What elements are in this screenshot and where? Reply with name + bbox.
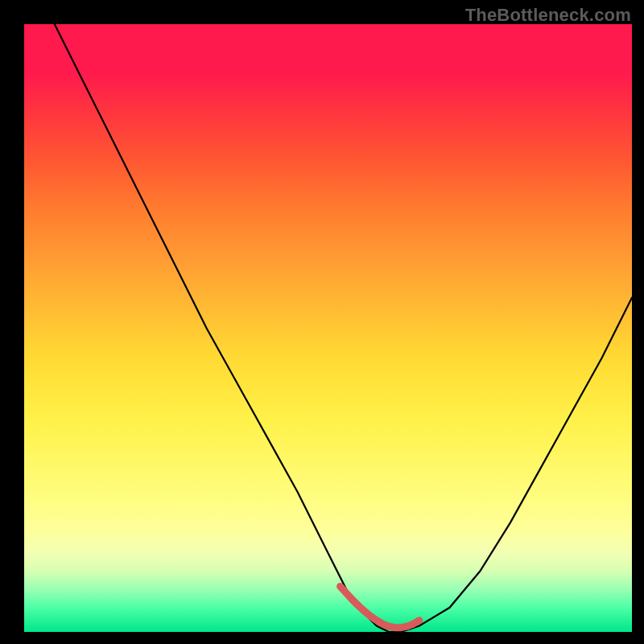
plot-area — [24, 24, 632, 632]
watermark-text: TheBottleneck.com — [465, 5, 631, 26]
optimal-zone — [341, 586, 419, 627]
chart-svg — [24, 24, 632, 632]
bottleneck-curve — [55, 24, 632, 632]
chart-frame: TheBottleneck.com — [0, 0, 644, 644]
